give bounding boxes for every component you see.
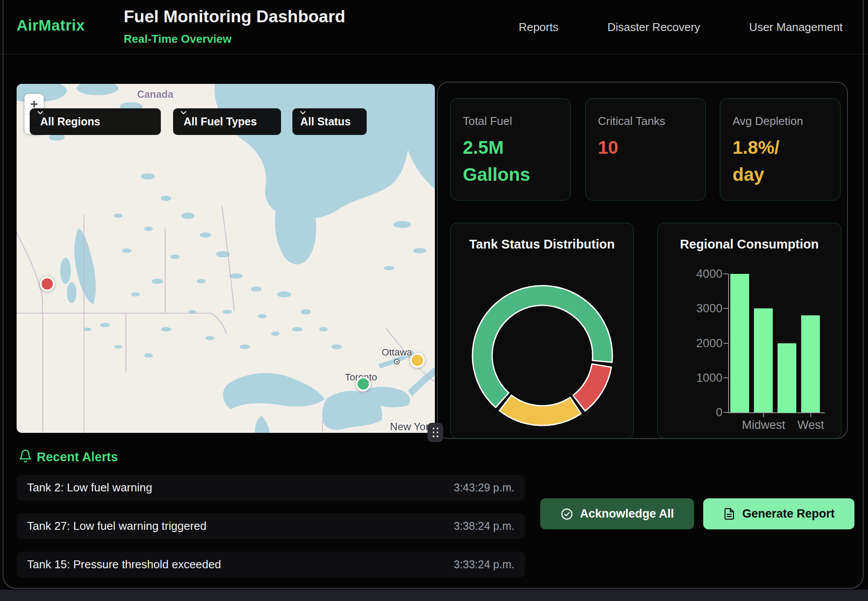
alert-message: Tank 15: Pressure threshold exceeded <box>27 558 221 571</box>
consumption-bar <box>730 274 749 412</box>
tank-marker-warning[interactable] <box>410 353 425 368</box>
stat-value: 10 <box>598 134 693 161</box>
tank-status-donut-chart <box>467 280 618 431</box>
stat-label: Total Fuel <box>463 114 558 128</box>
bell-icon <box>18 449 32 463</box>
alert-message: Tank 2: Low fuel warning <box>27 481 152 494</box>
page-background-strip <box>0 590 868 601</box>
stat-card-critical-tanks: Critical Tanks 10 <box>585 98 706 200</box>
status-filter-value: All Status <box>300 115 351 128</box>
alert-time: 3:43:29 p.m. <box>454 481 514 494</box>
alert-row[interactable]: Tank 15: Pressure threshold exceeded 3:3… <box>17 552 525 577</box>
alert-time: 3:33:24 p.m. <box>454 558 514 571</box>
consumption-bar <box>801 315 820 412</box>
y-axis-tick-label: 1000 <box>684 371 722 385</box>
alert-time: 3:38:24 p.m. <box>454 520 514 532</box>
alert-message: Tank 27: Low fuel warning triggered <box>27 519 206 533</box>
page-subtitle: Real-Time Overview <box>124 32 232 46</box>
regional-consumption-chart-card: Regional Consumption 01000200030004000Mi… <box>657 223 841 439</box>
acknowledge-all-button[interactable]: Acknowledge All <box>540 498 694 529</box>
chart-title: Tank Status Distribution <box>451 237 633 252</box>
check-circle-icon <box>560 508 573 521</box>
map-city-label-ottawa: Ottawa <box>382 347 412 358</box>
fuel-type-filter-value: All Fuel Types <box>184 115 257 128</box>
map-country-label: Canada <box>137 89 173 100</box>
page-title: Fuel Monitoring Dashboard <box>124 7 345 26</box>
capital-dot-icon <box>394 359 400 365</box>
nav-item-disaster-recovery[interactable]: Disaster Recovery <box>608 21 700 34</box>
y-axis-tick <box>723 377 728 378</box>
chevron-down-icon <box>179 108 188 117</box>
donut-segment-warning <box>499 395 581 425</box>
y-axis-tick <box>723 412 728 413</box>
header-divider <box>0 54 868 55</box>
brand-logo: AirMatrix <box>17 17 85 34</box>
nav-item-user-management[interactable]: User Management <box>749 21 843 34</box>
acknowledge-all-label: Acknowledge All <box>580 507 674 521</box>
main-nav: Reports Disaster Recovery User Managemen… <box>519 0 843 54</box>
drag-grip-icon[interactable] <box>427 423 443 442</box>
stat-value: 2.5M Gallons <box>463 134 558 188</box>
x-axis-tick-label: West <box>780 418 841 432</box>
stat-card-total-fuel: Total Fuel 2.5M Gallons <box>450 98 571 200</box>
generate-report-label: Generate Report <box>742 507 835 521</box>
alert-row[interactable]: Tank 2: Low fuel warning 3:43:29 p.m. <box>17 475 525 501</box>
y-axis-tick <box>723 308 728 309</box>
y-axis-tick-label: 0 <box>684 406 722 419</box>
tank-marker-critical[interactable] <box>40 276 55 291</box>
donut-segment-critical <box>573 364 611 411</box>
consumption-bar <box>754 308 773 412</box>
stat-label: Avg Depletion <box>733 114 828 128</box>
y-axis-tick-label: 3000 <box>684 302 722 315</box>
y-axis-tick <box>723 273 728 274</box>
tank-marker-normal[interactable] <box>356 376 371 391</box>
chevron-down-icon <box>36 108 45 117</box>
alerts-heading: Recent Alerts <box>37 450 118 464</box>
y-axis-tick <box>723 343 728 344</box>
tank-status-chart-card: Tank Status Distribution <box>450 223 634 439</box>
generate-report-button[interactable]: Generate Report <box>703 498 854 529</box>
fuel-map[interactable]: Canada Ottawa Toronto New York + − All R… <box>17 84 435 433</box>
status-filter-dropdown[interactable]: All Status <box>292 108 367 135</box>
chart-title: Regional Consumption <box>658 237 841 252</box>
y-axis-tick-label: 4000 <box>684 267 722 281</box>
y-axis-line <box>728 274 729 413</box>
region-filter-value: All Regions <box>40 115 101 128</box>
stat-label: Critical Tanks <box>598 114 693 128</box>
consumption-bar <box>778 343 796 413</box>
nav-item-reports[interactable]: Reports <box>519 21 559 34</box>
stat-card-avg-depletion: Avg Depletion 1.8%/ day <box>720 98 840 200</box>
x-axis-tick <box>763 413 764 417</box>
chevron-down-icon <box>299 108 307 117</box>
stat-value: 1.8%/ day <box>733 134 828 188</box>
region-filter-dropdown[interactable]: All Regions <box>30 108 161 135</box>
fuel-type-filter-dropdown[interactable]: All Fuel Types <box>173 108 281 135</box>
file-text-icon <box>723 508 736 520</box>
x-axis-tick <box>810 413 811 417</box>
y-axis-tick-label: 2000 <box>684 337 722 350</box>
alert-row[interactable]: Tank 27: Low fuel warning triggered 3:38… <box>17 513 525 539</box>
